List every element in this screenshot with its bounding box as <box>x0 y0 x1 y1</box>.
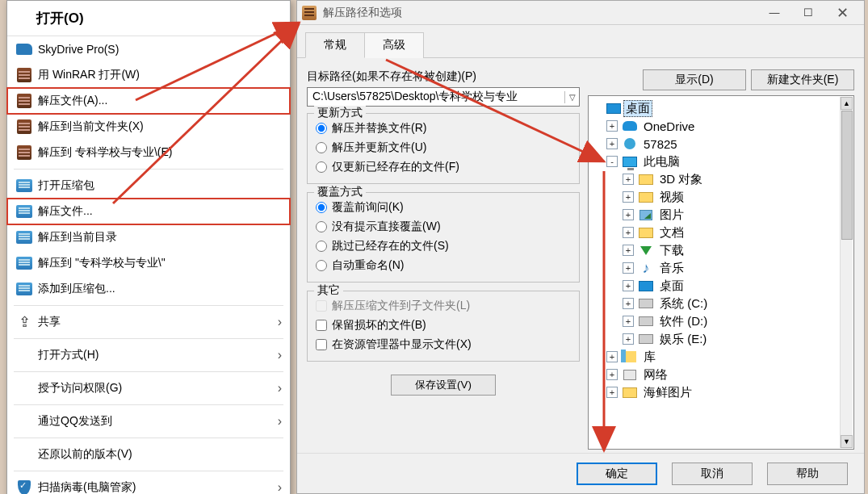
radio-auto-rename[interactable]: 自动重命名(N) <box>316 256 571 275</box>
tree-scrollbar[interactable]: ▲ ▼ <box>840 97 853 448</box>
menu-item-label: 共享 <box>38 315 61 329</box>
radio-extract-replace[interactable]: 解压并替换文件(R) <box>316 119 571 138</box>
expand-icon[interactable]: + <box>623 333 634 345</box>
expand-icon[interactable]: + <box>623 227 634 238</box>
close-button[interactable]: ✕ <box>825 2 859 24</box>
dialog-title: 解压路径和选项 <box>323 6 757 20</box>
tab-strip: 常规 高级 <box>297 25 864 58</box>
context-menu-header: 打开(O) <box>7 1 290 36</box>
expand-icon[interactable]: + <box>606 138 618 149</box>
share-icon: ⇪ <box>15 314 33 330</box>
tree-node[interactable]: +海鲜图片 <box>590 383 852 401</box>
menu-item[interactable]: ⇪共享› <box>7 309 290 335</box>
radio-extract-update[interactable]: 解压并更新文件(U) <box>316 138 571 157</box>
tree-node[interactable]: +库 <box>590 348 852 366</box>
menu-item[interactable]: 用 WinRAR 打开(W) <box>7 62 290 88</box>
dialog-footer: 确定 取消 帮助 <box>297 453 864 493</box>
check-subfolder[interactable]: 解压压缩文件到子文件夹(L) <box>316 296 571 316</box>
save-settings-button[interactable]: 保存设置(V) <box>391 375 496 396</box>
path-dropdown-icon[interactable]: ▽ <box>564 91 579 103</box>
menu-item[interactable]: 打开压缩包 <box>7 173 290 199</box>
expand-icon[interactable]: + <box>606 387 618 398</box>
folder-tree[interactable]: 桌面+OneDrive+57825-此电脑+3D 对象+视频+图片+文档+下载+… <box>588 95 854 450</box>
menu-item[interactable]: 解压文件... <box>7 199 290 224</box>
expand-icon[interactable]: + <box>623 191 634 203</box>
ok-button[interactable]: 确定 <box>577 463 657 485</box>
menu-item-label: 添加到压缩包... <box>38 282 115 296</box>
tree-node[interactable]: -此电脑 <box>590 153 852 170</box>
rar2-icon <box>15 178 33 194</box>
radio-overwrite-silent[interactable]: 没有提示直接覆盖(W) <box>316 217 571 237</box>
new-folder-button[interactable]: 新建文件夹(E) <box>751 69 854 90</box>
rar2-icon <box>15 255 33 271</box>
radio-skip-existing[interactable]: 跳过已经存在的文件(S) <box>316 237 571 256</box>
tree-node[interactable]: 桌面 <box>590 99 852 117</box>
tree-node[interactable]: +文档 <box>590 224 852 241</box>
menu-item[interactable]: 解压文件(A)... <box>7 88 290 114</box>
menu-item[interactable]: 解压到 专科学校与专业\(E) <box>7 140 290 165</box>
expand-icon[interactable]: - <box>606 156 618 167</box>
show-button[interactable]: 显示(D) <box>643 69 746 90</box>
expand-icon[interactable]: + <box>606 351 618 362</box>
help-button[interactable]: 帮助 <box>767 463 848 485</box>
radio-update-existing[interactable]: 仅更新已经存在的文件(F) <box>316 157 571 177</box>
blank-icon <box>15 380 33 396</box>
folder-icon <box>639 226 653 239</box>
menu-item[interactable]: SkyDrive Pro(S) <box>7 36 290 62</box>
tree-node[interactable]: +视频 <box>590 188 852 206</box>
blank-icon <box>15 347 33 363</box>
menu-item[interactable]: 扫描病毒(电脑管家)› <box>7 475 290 494</box>
scroll-down-icon[interactable]: ▼ <box>841 435 853 448</box>
tab-advanced[interactable]: 高级 <box>365 32 424 58</box>
tree-node[interactable]: +OneDrive <box>590 117 852 135</box>
scroll-up-icon[interactable]: ▲ <box>841 97 853 110</box>
menu-item[interactable]: 还原以前的版本(V) <box>7 442 290 467</box>
tree-node-label: 57825 <box>642 137 679 151</box>
tab-general[interactable]: 常规 <box>305 32 365 58</box>
minimize-button[interactable]: — <box>757 2 791 24</box>
check-show-explorer[interactable]: 在资源管理器中显示文件(X) <box>316 335 571 354</box>
expand-icon[interactable]: + <box>606 120 618 132</box>
tree-node[interactable]: +下载 <box>590 241 852 259</box>
expand-icon[interactable]: + <box>623 316 634 327</box>
menu-item[interactable]: 解压到 "专科学校与专业\" <box>7 250 290 276</box>
extract-dialog: 解压路径和选项 — ☐ ✕ 常规 高级 目标路径(如果不存在将被创建)(P) ▽… <box>296 0 865 494</box>
tree-node[interactable]: +软件 (D:) <box>590 312 852 330</box>
maximize-button[interactable]: ☐ <box>791 2 825 24</box>
check-label: 在资源管理器中显示文件(X) <box>332 337 472 352</box>
tree-node[interactable]: +图片 <box>590 206 852 224</box>
tree-node[interactable]: +3D 对象 <box>590 170 852 188</box>
menu-item[interactable]: 解压到当前文件夹(X) <box>7 114 290 140</box>
expand-icon[interactable]: + <box>623 174 634 185</box>
down-icon <box>639 244 653 257</box>
expand-icon[interactable]: + <box>623 262 634 274</box>
cancel-button[interactable]: 取消 <box>672 463 753 485</box>
chevron-right-icon: › <box>278 480 282 494</box>
menu-item[interactable]: 授予访问权限(G)› <box>7 375 290 401</box>
radio-ask-overwrite[interactable]: 覆盖前询问(K) <box>316 198 571 217</box>
folder-icon <box>623 386 637 399</box>
menu-item[interactable]: 打开方式(H)› <box>7 342 290 368</box>
check-keep-broken[interactable]: 保留损坏的文件(B) <box>316 316 571 335</box>
path-input[interactable] <box>308 90 564 103</box>
expand-icon[interactable]: + <box>623 280 634 291</box>
tree-node[interactable]: +57825 <box>590 135 852 153</box>
tree-node[interactable]: +系统 (C:) <box>590 295 852 312</box>
img-icon <box>639 208 653 221</box>
path-combobox[interactable]: ▽ <box>307 87 580 107</box>
chevron-right-icon: › <box>278 381 282 396</box>
expand-icon[interactable]: + <box>606 369 618 380</box>
expand-icon[interactable]: + <box>623 209 634 220</box>
tree-node[interactable]: +娱乐 (E:) <box>590 330 852 348</box>
tree-node[interactable]: +网络 <box>590 366 852 383</box>
tree-node[interactable]: +桌面 <box>590 277 852 295</box>
desktop-icon <box>606 102 621 115</box>
menu-item[interactable]: 解压到当前目录 <box>7 224 290 250</box>
scroll-thumb[interactable] <box>841 111 853 240</box>
menu-item[interactable]: 添加到压缩包... <box>7 276 290 302</box>
drive-icon <box>639 315 653 328</box>
tree-node[interactable]: +♪音乐 <box>590 259 852 277</box>
expand-icon[interactable]: + <box>623 245 634 256</box>
menu-item[interactable]: 通过QQ发送到› <box>7 408 290 434</box>
expand-icon[interactable]: + <box>623 298 634 309</box>
